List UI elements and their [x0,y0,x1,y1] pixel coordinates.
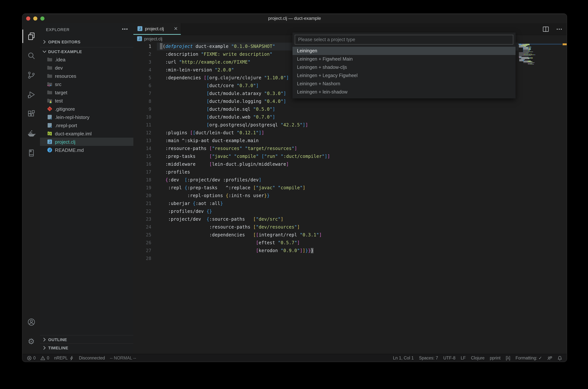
code-line-19[interactable]: :repl {:prep-tasks ^:replace ["javac" "c… [133,184,519,192]
tab-project-clj[interactable]: λ project.clj ✕ [133,23,181,35]
open-editors-section[interactable]: OPEN EDITORS [40,38,133,46]
split-editor-icon[interactable] [542,25,550,33]
activity-bar-item-docker[interactable] [22,125,40,142]
quick-pick-item-leiningen-shadow-cljs[interactable]: Leiningen + shadow-cljs [292,63,516,71]
code-line-17[interactable]: :profiles [133,168,519,176]
sidebar-item-target[interactable]: target [40,88,133,97]
sidebar-item-.lein-repl-history[interactable]: .lein-repl-history [40,113,133,121]
clojure-lambda-icon: λ [138,26,142,31]
status-item-feedback[interactable] [547,356,552,360]
code-line-13[interactable]: :main ^:skip-aot duct-example.main [133,137,519,145]
explorer-sidebar: EXPLORER ••• OPEN EDITORS DUCT-EXAMPLE .… [40,23,134,354]
file-name: .idea [55,57,65,62]
quick-pick-item-leiningen-lein-shadow[interactable]: Leiningen + lein-shadow [292,88,516,96]
status-item-utf-8[interactable]: UTF-8 [443,356,455,360]
sidebar-item-README.md[interactable]: iREADME.md [40,146,133,154]
quick-pick-item-leiningen[interactable]: Leiningen [292,47,516,55]
git-branch-icon [27,71,36,80]
sidebar-item-.idea[interactable]: .idea [40,55,133,64]
activity-bar-item-settings[interactable]: ⚙ [22,332,40,350]
status-item-item[interactable]: [λ] [506,356,510,360]
code-line-16[interactable]: :middleware [lein-duct.plugin/middleware… [133,161,519,168]
sidebar-item-.nrepl-port[interactable]: .nrepl-port [40,121,133,130]
code-line-24[interactable]: :resource-paths ["dev/resources"] [133,223,519,231]
git-icon [47,106,53,112]
sidebar-item-dev[interactable]: dev [40,64,133,72]
file-name: project.clj [55,139,76,145]
timeline-section[interactable]: TIMELINE [40,343,133,352]
minimap[interactable] [519,44,562,65]
editor-more-actions-icon[interactable] [556,25,563,33]
activity-bar-item-extensions[interactable] [22,105,40,123]
status-item-ln-1-col-1[interactable]: Ln 1, Col 1 [393,356,414,360]
folder-icon [47,73,53,79]
search-icon [27,51,36,60]
sidebar-title: EXPLORER [46,27,69,32]
status-item-0[interactable]: 0 [41,356,49,360]
code-line-25[interactable]: :dependencies [[integrant/repl "0.3.1"] [133,231,519,239]
chevron-down-icon [41,48,47,54]
activity-bar-item-account[interactable] [22,313,40,331]
code-line-23[interactable]: :project/dev {:source-paths ["dev/src"] [133,215,519,223]
code-line-18[interactable]: {:dev [:project/dev :profiles/dev] [133,176,519,184]
status-item-normal[interactable]: -- NORMAL -- [110,356,136,360]
workspace-root-folder[interactable]: DUCT-EXAMPLE [40,47,133,55]
code-line-9[interactable]: [duct/module.sql "0.5.0"] [133,105,519,113]
file-name: dev [55,65,63,70]
sidebar-item-resources[interactable]: resources [40,72,133,80]
title-bar[interactable]: project.clj — duct-example [22,14,567,24]
sidebar-item-.gitignore[interactable]: .gitignore [40,105,133,113]
code-line-11[interactable]: [org.postgresql/postgresql "42.2.5"]] [133,121,519,129]
code-line-22[interactable]: :profiles/dev {} [133,208,519,215]
status-item-bell[interactable] [557,356,562,360]
code-line-8[interactable]: [duct/module.logging "0.4.0"] [133,98,519,105]
file-name: .lein-repl-history [55,114,89,120]
code-line-14[interactable]: :resource-paths ["resources" "target/res… [133,145,519,153]
outline-section[interactable]: OUTLINE [40,335,133,343]
folder-icon [47,65,53,71]
sidebar-item-project.clj[interactable]: λproject.clj [40,138,133,146]
close-tab-icon[interactable]: ✕ [174,26,178,32]
folder-test-icon [47,98,53,104]
status-item-clojure[interactable]: Clojure [471,356,484,360]
gear-icon: ⚙ [28,337,35,345]
screen: project.clj — duct-example ⚙ EXPLORER ••… [0,0,588,389]
code-line-15[interactable]: :prep-tasks ["javac" "compile" ["run" ":… [133,153,519,161]
sidebar-item-test[interactable]: test [40,97,133,105]
quick-pick-item-leiningen-legacy-figwheel[interactable]: Leiningen + Legacy Figwheel [292,71,516,80]
quick-pick-item-leiningen-figwheel-main[interactable]: Leiningen + Figwheel Main [292,55,516,63]
sidebar-item-src[interactable]: </>src [40,80,133,88]
account-icon [27,318,36,326]
file-name: .gitignore [55,106,75,112]
code-line-20[interactable]: :repl-options {:init-ns user}} [133,192,519,200]
activity-bar-item-remote-server[interactable] [22,144,40,162]
status-item-formatting[interactable]: Formatting: ✓ [516,355,542,360]
status-item-0[interactable]: 0 [27,356,36,360]
status-item-nrepl[interactable]: nREPL [54,356,74,360]
status-item-spaces-7[interactable]: Spaces: 7 [419,356,438,360]
file-blue-icon [47,122,53,128]
activity-bar-item-search[interactable] [22,47,40,65]
code-line-21[interactable]: :uberjar {:aot :all} [133,200,519,208]
code-line-27[interactable]: [kerodon "0.9.0"]]}}) [133,247,519,255]
file-name: duct-example.iml [55,131,92,136]
overview-ruler-cursor-marker [562,43,567,45]
quick-pick-input[interactable]: Please select a project type [295,35,513,44]
status-item-disconnected[interactable]: Disconnected [79,356,105,360]
code-line-12[interactable]: :plugins [[duct/lein-duct "0.12.1"]] [133,129,519,137]
code-line-28[interactable] [133,255,519,262]
code-line-26[interactable]: [eftest "0.5.7"] [133,239,519,247]
activity-bar-item-explorer[interactable] [22,27,40,45]
activity-bar-item-run-debug[interactable] [22,86,40,104]
sidebar-more-actions-icon[interactable]: ••• [122,26,128,32]
quick-pick-item-leiningen-nashorn[interactable]: Leiningen + Nashorn [292,80,516,88]
status-item-pprint[interactable]: pprint [490,356,501,360]
code-line-10[interactable]: [duct/module.web "0.7.0"] [133,113,519,121]
file-name: src [55,81,61,87]
svg-text:λ: λ [48,140,51,144]
quick-pick-list: LeiningenLeiningen + Figwheel MainLeinin… [292,47,516,98]
file-blue-icon [47,114,53,120]
status-item-lf[interactable]: LF [461,356,466,360]
activity-bar-item-source-control[interactable] [22,66,40,84]
sidebar-item-duct-example.iml[interactable]: duct-example.iml [40,130,133,138]
